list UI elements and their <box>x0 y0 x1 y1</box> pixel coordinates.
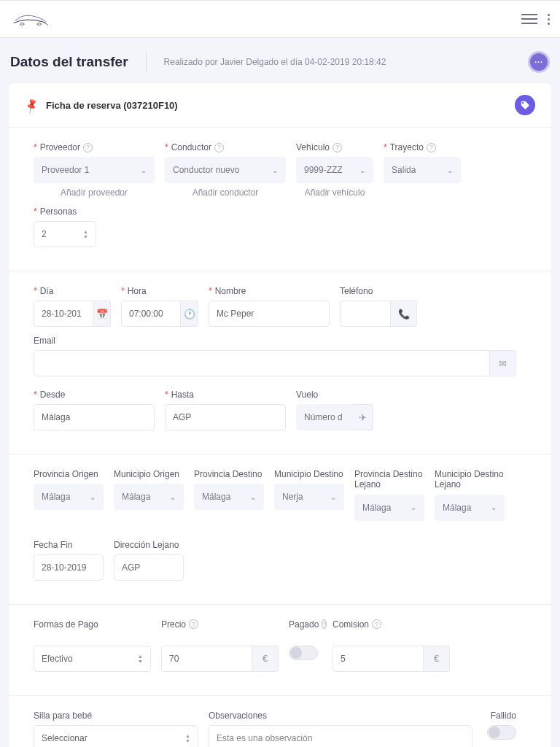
help-icon[interactable]: ? <box>322 619 327 629</box>
kebab-icon[interactable] <box>548 14 550 25</box>
pago-select[interactable]: Efectivo▲▼ <box>34 646 151 672</box>
desde-label: Desde <box>40 390 66 400</box>
prov-origen-label: Provincia Origen <box>34 469 98 479</box>
precio-label: Precio <box>161 619 186 630</box>
help-icon[interactable]: ? <box>189 619 198 629</box>
calendar-icon[interactable]: 📅 <box>93 301 111 327</box>
prov-dest-lej-select[interactable]: Málaga⌄ <box>354 495 424 521</box>
prov-dest-lej-label: Provincia Destino Lejano <box>354 469 424 490</box>
card-header: 📌 Ficha de reserva (037210F10) <box>9 83 551 128</box>
mun-origen-label: Municipio Origen <box>114 469 179 479</box>
add-conductor-link[interactable]: Añadir conductor <box>165 187 286 198</box>
help-icon[interactable]: ? <box>214 143 224 152</box>
pago-label: Formas de Pago <box>34 619 98 630</box>
plane-icon[interactable]: ✈ <box>352 404 373 430</box>
mun-dest-label: Municipio Destino <box>274 469 343 479</box>
nombre-label: Nombre <box>215 286 246 296</box>
conductor-label: Conductor <box>171 142 211 152</box>
page-title: Datos del transfer <box>10 54 128 70</box>
prov-dest-label: Provincia Destino <box>194 469 262 479</box>
menu-icon[interactable] <box>521 14 537 24</box>
hasta-label: Hasta <box>171 390 194 400</box>
dia-input[interactable] <box>34 301 93 327</box>
fecha-fin-label: Fecha Fin <box>34 540 72 550</box>
obs-label: Observaciones <box>209 711 267 721</box>
telefono-label: Teléfono <box>340 286 373 296</box>
tag-button[interactable] <box>515 95 535 115</box>
vehiculo-select[interactable]: 9999-ZZZ⌄ <box>296 157 373 183</box>
conductor-select[interactable]: Conductor nuevo⌄ <box>165 157 286 183</box>
hora-label: Hora <box>128 286 147 296</box>
svg-point-0 <box>20 23 25 26</box>
pagado-toggle[interactable] <box>289 646 318 660</box>
prov-dest-select[interactable]: Málaga⌄ <box>194 484 264 510</box>
precio-input[interactable] <box>161 646 252 672</box>
help-icon[interactable]: ? <box>332 143 342 152</box>
hora-input[interactable] <box>121 301 181 327</box>
help-icon[interactable]: ? <box>372 619 381 629</box>
silla-label: Silla para bebé <box>34 711 92 721</box>
desde-input[interactable] <box>34 404 155 430</box>
page-header: Datos del transfer Realizado por Javier … <box>0 38 560 83</box>
fecha-fin-input[interactable] <box>34 554 104 581</box>
page-subtitle: Realizado por Javier Delgado el día 04-0… <box>164 57 386 67</box>
personas-input[interactable]: ▲▼ <box>34 221 96 247</box>
mun-dest-lej-select[interactable]: Málaga⌄ <box>435 495 505 521</box>
proveedor-select[interactable]: Proveedor 1⌄ <box>34 157 155 183</box>
divider <box>146 52 147 72</box>
trayecto-label: Trayecto <box>390 142 424 152</box>
proveedor-label: Proveedor <box>40 142 80 152</box>
prov-origen-select[interactable]: Málaga⌄ <box>34 484 104 510</box>
telefono-input[interactable] <box>340 301 391 327</box>
comision-label: Comision <box>332 619 369 630</box>
add-proveedor-link[interactable]: Añadir proveedor <box>34 187 155 198</box>
mun-origen-select[interactable]: Málaga⌄ <box>114 484 184 510</box>
email-label: Email <box>34 336 55 346</box>
svg-point-1 <box>37 23 42 26</box>
vuelo-input[interactable] <box>296 404 352 430</box>
fallido-label: Fallido <box>491 711 516 721</box>
dia-label: Día <box>40 286 54 296</box>
email-input[interactable] <box>34 350 490 376</box>
hasta-input[interactable] <box>165 404 286 430</box>
vehiculo-label: Vehículo <box>296 142 330 152</box>
logo <box>10 6 51 32</box>
add-vehiculo-link[interactable]: Añadir vehículo <box>296 187 373 198</box>
help-icon[interactable]: ? <box>427 143 436 152</box>
pin-icon: 📌 <box>23 97 39 113</box>
vuelo-label: Vuelo <box>296 390 318 400</box>
phone-icon[interactable]: 📞 <box>391 301 417 327</box>
dir-lej-input[interactable] <box>114 554 184 581</box>
trayecto-select[interactable]: Salida⌄ <box>384 157 461 183</box>
comision-input[interactable] <box>332 646 424 672</box>
mail-icon[interactable]: ✉ <box>490 350 516 376</box>
personas-label: Personas <box>40 206 77 217</box>
silla-select[interactable]: Seleccionar▲▼ <box>34 725 198 747</box>
dir-lej-label: Dirección Lejano <box>114 540 179 550</box>
obs-textarea[interactable]: Esta es una observación <box>209 725 472 747</box>
topbar <box>0 0 560 38</box>
more-button[interactable]: ··· <box>528 51 550 73</box>
nombre-input[interactable] <box>209 301 330 327</box>
clock-icon[interactable]: 🕐 <box>181 301 198 327</box>
mun-dest-select[interactable]: Nerja⌄ <box>274 484 344 510</box>
currency-label: € <box>424 646 450 672</box>
mun-dest-lej-label: Municipio Destino Lejano <box>435 469 505 490</box>
reservation-card: 📌 Ficha de reserva (037210F10) *Proveedo… <box>9 83 551 747</box>
card-title: Ficha de reserva (037210F10) <box>46 100 178 111</box>
currency-label: € <box>252 646 279 672</box>
fallido-toggle[interactable] <box>487 725 516 740</box>
pagado-label: Pagado <box>289 619 319 630</box>
help-icon[interactable]: ? <box>83 143 93 152</box>
